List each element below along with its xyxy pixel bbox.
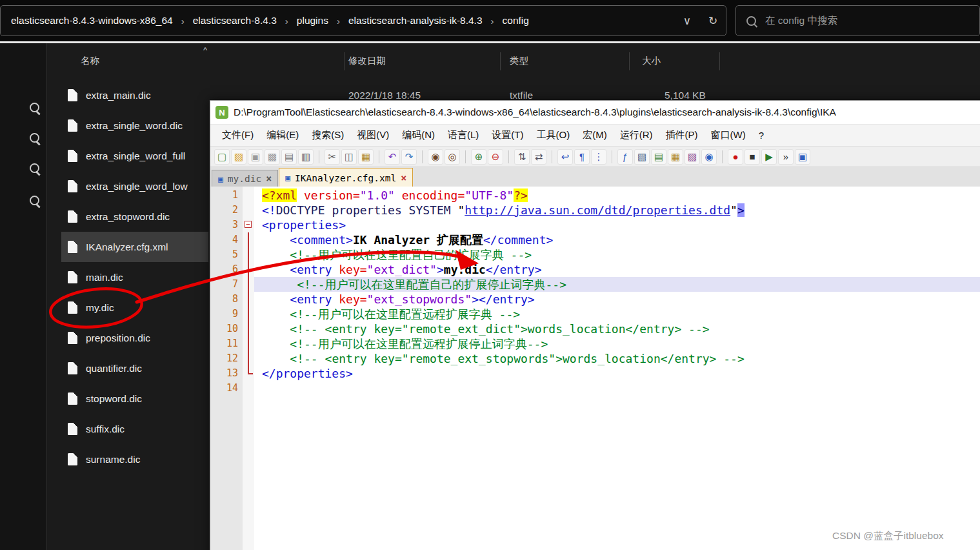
folder-as-workspace-icon[interactable]: ▦ (668, 149, 683, 165)
code-token (297, 188, 304, 202)
undo-icon[interactable]: ↶ (385, 149, 400, 165)
menu-item[interactable]: 运行(R) (614, 129, 659, 141)
pinned-item-icon[interactable] (28, 131, 41, 145)
column-header-name[interactable]: 名称 (81, 55, 99, 67)
editor-tab[interactable]: ▣IKAnalyzer.cfg.xml× (279, 168, 413, 187)
menu-item[interactable]: 插件(P) (659, 129, 704, 141)
code-token: <properties> (262, 218, 346, 232)
code-token: <entry (290, 292, 339, 306)
code-token: <comment> (290, 233, 353, 247)
save-macro-icon[interactable]: ▣ (795, 149, 810, 165)
menu-item[interactable]: 宏(M) (576, 129, 614, 141)
window-title: D:\ProgramTool\Elasticsearch\elasticsear… (234, 107, 836, 118)
menu-item[interactable]: 语言(L) (441, 129, 485, 141)
file-browser-icon[interactable]: ▨ (685, 149, 700, 165)
code-line-text: <comment>IK Analyzer 扩展配置</comment> (254, 232, 980, 247)
menu-item[interactable]: 窗口(W) (704, 129, 752, 141)
search-input[interactable] (764, 14, 960, 27)
menu-item[interactable]: 文件(F) (215, 129, 260, 141)
close-tab-icon[interactable]: × (266, 173, 272, 185)
fold-cell (243, 321, 254, 336)
copy-icon[interactable]: ◫ (341, 149, 357, 165)
save-icon[interactable]: ▣ (248, 149, 263, 165)
column-header-date-modified[interactable]: 修改日期 (348, 55, 386, 67)
paste-icon[interactable]: ▦ (358, 149, 374, 165)
column-divider[interactable] (344, 52, 345, 70)
open-folder-icon[interactable]: ▨ (231, 149, 246, 165)
breadcrumb-item[interactable]: elasticsearch-8.4.3 (189, 15, 281, 26)
menu-item[interactable]: 编辑(E) (260, 129, 305, 141)
column-header-size[interactable]: 大小 (642, 55, 661, 67)
play-macro-icon[interactable]: ▶ (761, 149, 777, 165)
pinned-item-icon[interactable] (28, 161, 41, 175)
menu-item[interactable]: 视图(V) (350, 129, 395, 141)
redo-icon[interactable]: ↷ (401, 149, 417, 165)
file-date-modified: 2022/1/18 18:45 (348, 90, 421, 101)
code-token: "ext_dict" (367, 263, 437, 276)
code-editor[interactable]: 1<?xml version="1.0" encoding="UTF-8"?>2… (210, 187, 980, 550)
editor-tab[interactable]: ▣my.dic× (212, 170, 278, 187)
word-wrap-icon[interactable]: ↩ (557, 149, 573, 165)
fold-toggle-icon[interactable] (243, 218, 254, 232)
breadcrumb-item[interactable]: elasticsearch-analysis-ik-8.4.3 (345, 15, 486, 26)
breadcrumb-item[interactable]: config (499, 15, 533, 26)
stop-macro-icon[interactable]: ■ (745, 149, 760, 165)
cut-icon[interactable]: ✂ (325, 149, 340, 165)
editor-line: 7 <!--用户可以在这里配置自己的扩展停止词字典--> (210, 277, 980, 292)
column-divider[interactable] (719, 52, 720, 70)
toolbar-separator (552, 150, 556, 163)
navigation-rail (0, 43, 47, 550)
code-token: <! (262, 203, 276, 217)
code-token: " (730, 203, 737, 217)
pinned-item-icon[interactable] (28, 101, 41, 114)
close-icon[interactable]: ▤ (281, 149, 297, 165)
document-list-icon[interactable]: ▤ (651, 149, 666, 165)
menu-item[interactable]: ? (752, 130, 770, 141)
print-icon[interactable]: ▥ (298, 149, 314, 165)
menu-item[interactable]: 搜索(S) (305, 129, 350, 141)
column-divider[interactable] (500, 52, 501, 70)
bookmark-cell (210, 232, 218, 247)
toolbar-separator (379, 150, 383, 163)
menu-item[interactable]: 工具(O) (530, 129, 576, 141)
pinned-item-icon[interactable] (28, 194, 41, 207)
sync-horizontal-icon[interactable]: ⇄ (531, 149, 546, 165)
column-divider[interactable] (629, 52, 630, 70)
show-all-characters-icon[interactable]: ¶ (574, 149, 590, 165)
chevron-down-icon[interactable]: ∨ (674, 14, 700, 28)
column-header-type[interactable]: 类型 (510, 55, 528, 67)
file-type: txtfile (510, 90, 533, 101)
sync-vertical-icon[interactable]: ⇅ (514, 149, 530, 165)
close-tab-icon[interactable]: × (401, 172, 406, 184)
line-number: 3 (218, 218, 243, 232)
zoom-in-icon[interactable]: ⊕ (471, 149, 486, 165)
explorer-top-bar: elasticsearch-8.4.3-windows-x86_64›elast… (0, 0, 980, 41)
code-token: "UTF-8" (465, 188, 514, 202)
breadcrumb-item[interactable]: plugins (293, 15, 332, 26)
line-number: 8 (218, 292, 243, 307)
file-icon (68, 89, 77, 101)
indent-guide-icon[interactable]: ⋮ (591, 149, 606, 165)
refresh-icon[interactable]: ↻ (700, 14, 726, 28)
breadcrumb: elasticsearch-8.4.3-windows-x86_64›elast… (1, 15, 674, 26)
zoom-out-icon[interactable]: ⊖ (488, 149, 503, 165)
monitoring-icon[interactable]: ◉ (701, 149, 717, 165)
run-macro-multiple-icon[interactable]: » (778, 149, 794, 165)
new-file-icon[interactable]: ▢ (214, 149, 230, 165)
save-all-icon[interactable]: ▩ (265, 149, 280, 165)
fold-cell (243, 351, 254, 366)
function-list-icon[interactable]: ƒ (617, 149, 633, 165)
code-token: <!--用户可以在这里配置远程扩展字典 --> (290, 307, 520, 321)
file-icon (68, 271, 77, 283)
document-map-icon[interactable]: ▧ (634, 149, 650, 165)
menu-item[interactable]: 设置(T) (485, 129, 530, 141)
menu-item[interactable]: 编码(N) (395, 129, 441, 141)
record-macro-icon[interactable]: ● (728, 149, 743, 165)
line-number: 2 (218, 203, 243, 218)
search-box[interactable] (735, 5, 980, 36)
find-icon[interactable]: ◉ (428, 149, 443, 165)
breadcrumb-item[interactable]: elasticsearch-8.4.3-windows-x86_64 (7, 15, 177, 26)
address-bar[interactable]: elasticsearch-8.4.3-windows-x86_64›elast… (0, 5, 726, 36)
replace-icon[interactable]: ◎ (445, 149, 460, 165)
title-bar[interactable]: N D:\ProgramTool\Elasticsearch\elasticse… (210, 101, 980, 125)
